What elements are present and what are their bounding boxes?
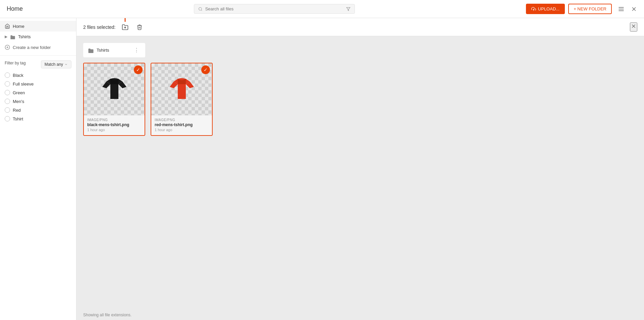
filter-title: Filter by tag <box>5 61 26 65</box>
tag-label-mens: Men's <box>13 99 24 104</box>
folder-row-name: Tshirts <box>97 48 132 53</box>
view-toggle-icon[interactable] <box>618 6 625 12</box>
tag-item-black[interactable]: Black <box>5 72 71 78</box>
tag-checkbox-tshirt[interactable] <box>5 116 10 121</box>
plus-circle-icon <box>5 45 10 50</box>
file-info-red: IMAGE/PNG red-mens-tshirt.png 1 hour ago <box>151 115 212 135</box>
delete-button[interactable] <box>135 22 145 32</box>
home-label: Home <box>13 24 24 29</box>
folder-row-icon <box>88 48 94 53</box>
sidebar-item-tshirts[interactable]: ▶ Tshirts <box>0 32 76 42</box>
file-card-black[interactable]: ✓ IMAGE/PNG black-mens-tshirt.png 1 hour… <box>83 63 145 136</box>
file-name-black: black-mens-tshirt.png <box>87 122 141 127</box>
filter-header: Filter by tag Match any <box>5 60 71 68</box>
header-actions: UPLOAD... + NEW FOLDER <box>526 4 637 14</box>
tag-item-full-sleeve[interactable]: Full sleeve <box>5 81 71 87</box>
move-to-folder-button[interactable] <box>120 22 130 33</box>
upload-label: UPLOAD... <box>538 6 559 11</box>
tag-checkbox-mens[interactable] <box>5 99 10 104</box>
file-thumbnail-black: ✓ <box>84 63 145 115</box>
tag-item-red[interactable]: Red <box>5 107 71 113</box>
upload-cloud-icon <box>531 7 536 11</box>
file-type-red: IMAGE/PNG <box>155 118 209 122</box>
filter-section: Filter by tag Match any Black <box>0 55 76 125</box>
chevron-down-icon <box>64 63 68 66</box>
tag-checkbox-full-sleeve[interactable] <box>5 81 10 87</box>
match-any-button[interactable]: Match any <box>41 60 71 68</box>
file-info-black: IMAGE/PNG black-mens-tshirt.png 1 hour a… <box>84 115 145 135</box>
tag-label-red: Red <box>13 108 21 113</box>
upload-button[interactable]: UPLOAD... <box>526 4 565 14</box>
svg-marker-2 <box>346 7 350 11</box>
folder-row-menu-button[interactable]: ⋮ <box>132 46 141 54</box>
file-time-red: 1 hour ago <box>155 128 209 132</box>
svg-line-1 <box>201 10 202 10</box>
selection-count: 2 files selected: <box>83 24 116 30</box>
new-folder-button[interactable]: + NEW FOLDER <box>568 4 612 14</box>
svg-point-0 <box>199 7 202 10</box>
black-tshirt-image <box>101 76 128 103</box>
create-folder-label: Create a new folder <box>13 45 51 50</box>
create-new-folder-button[interactable]: Create a new folder <box>0 42 76 53</box>
status-text: Showing all file extensions. <box>83 313 131 317</box>
trash-icon <box>137 24 143 30</box>
filter-icon[interactable] <box>346 7 351 11</box>
tag-label-black: Black <box>13 73 23 78</box>
tag-checkbox-green[interactable] <box>5 90 10 95</box>
match-any-label: Match any <box>45 62 63 67</box>
selection-bar: 2 files selected: <box>76 18 644 36</box>
folder-icon <box>10 35 15 39</box>
body: Home ▶ Tshirts Create a new folder <box>0 18 644 320</box>
folder-toggle-icon: ▶ <box>5 35 7 39</box>
tag-item-tshirt[interactable]: Tshirt <box>5 115 71 122</box>
tshirts-folder-label: Tshirts <box>18 34 31 39</box>
move-folder-icon <box>122 24 128 31</box>
header: Home UPLOAD... + NEW FOLDER <box>0 0 644 18</box>
search-input[interactable] <box>205 6 344 11</box>
file-type-black: IMAGE/PNG <box>87 118 141 122</box>
main-content: 2 files selected: <box>76 18 644 320</box>
file-check-black: ✓ <box>134 65 143 74</box>
search-bar[interactable] <box>194 4 355 14</box>
status-bar: Showing all file extensions. <box>76 310 644 320</box>
search-icon <box>198 7 203 11</box>
tag-item-green[interactable]: Green <box>5 89 71 96</box>
sidebar: Home ▶ Tshirts Create a new folder <box>0 18 76 320</box>
sidebar-item-home[interactable]: Home <box>0 21 76 32</box>
home-icon <box>5 23 10 29</box>
tag-label-tshirt: Tshirt <box>13 116 23 121</box>
tag-label-full-sleeve: Full sleeve <box>13 82 34 87</box>
page-title: Home <box>7 5 23 12</box>
file-grid: ✓ IMAGE/PNG black-mens-tshirt.png 1 hour… <box>83 63 637 136</box>
folder-row-tshirts[interactable]: Tshirts ⋮ <box>83 43 145 57</box>
new-folder-label: + NEW FOLDER <box>574 6 606 11</box>
file-name-red: red-mens-tshirt.png <box>155 122 209 127</box>
file-check-red: ✓ <box>201 65 210 74</box>
tag-label-green: Green <box>13 90 25 95</box>
file-area: Tshirts ⋮ <box>76 36 644 310</box>
sidebar-nav: Home ▶ Tshirts Create a new folder <box>0 18 76 55</box>
red-tshirt-image <box>168 76 195 103</box>
tag-checkbox-red[interactable] <box>5 107 10 113</box>
file-card-red[interactable]: ✓ IMAGE/PNG red-mens-tshirt.png 1 hour a… <box>151 63 213 136</box>
file-time-black: 1 hour ago <box>87 128 141 132</box>
close-selection-icon <box>631 23 637 29</box>
tag-item-mens[interactable]: Men's <box>5 98 71 105</box>
selection-close-button[interactable] <box>630 22 637 32</box>
tag-list: Black Full sleeve Green Men's <box>5 72 71 122</box>
tag-checkbox-black[interactable] <box>5 72 10 78</box>
file-thumbnail-red: ✓ <box>151 63 212 115</box>
close-app-icon[interactable] <box>631 6 637 12</box>
